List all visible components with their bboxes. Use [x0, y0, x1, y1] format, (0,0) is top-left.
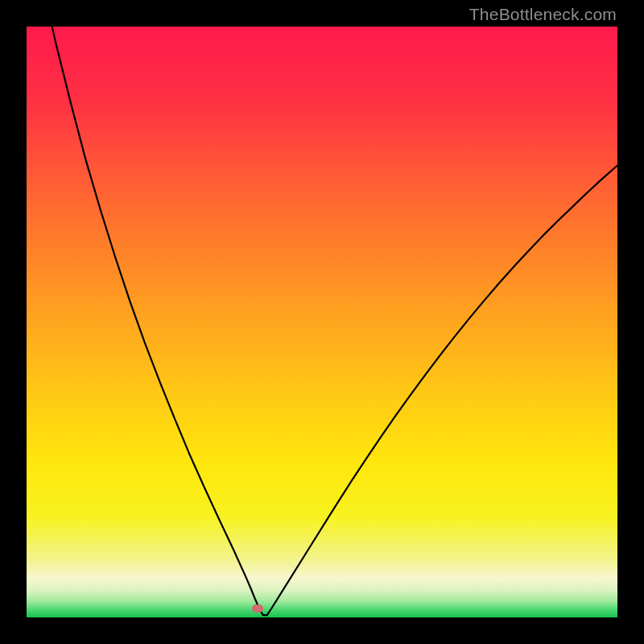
- plot-area: [27, 27, 617, 617]
- background-gradient: [27, 27, 617, 617]
- watermark-text: TheBottleneck.com: [469, 5, 617, 24]
- outer-frame: TheBottleneck.com: [0, 0, 644, 644]
- svg-rect-0: [27, 27, 617, 617]
